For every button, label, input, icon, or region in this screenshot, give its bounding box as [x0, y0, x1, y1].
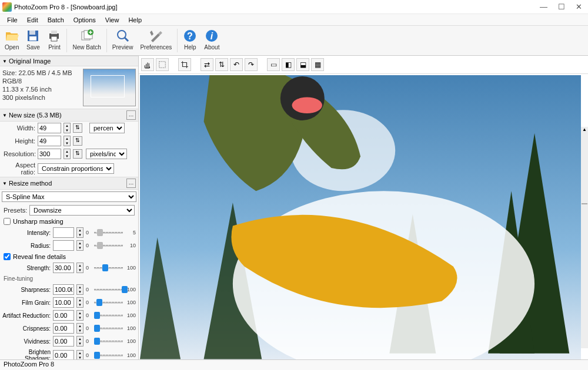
print-button[interactable]: Print	[44, 28, 65, 52]
width-input[interactable]	[38, 123, 61, 133]
menu-batch[interactable]: Batch	[43, 16, 69, 24]
resolution-stepper[interactable]: ▲▼	[64, 149, 71, 159]
content-toolbar: ⇄ ⇅ ↶ ↷ ▭ ◧ ⬓ ▦	[139, 56, 588, 74]
radius-input[interactable]	[53, 240, 74, 251]
intensity-input[interactable]	[53, 227, 74, 238]
fine-tuning-header: Fine-tuning	[0, 274, 138, 283]
aspect-select[interactable]: Constrain proportions	[38, 163, 114, 174]
hand-icon	[143, 60, 152, 69]
preferences-button[interactable]: Preferences	[136, 28, 175, 52]
lock-width-button[interactable]: ⇅	[73, 123, 82, 133]
save-button[interactable]: Save	[22, 28, 44, 52]
hand-tool[interactable]	[141, 58, 154, 71]
fine-stepper-4[interactable]: ▲▼	[76, 336, 83, 347]
help-button[interactable]: ? Help	[179, 28, 201, 52]
resolution-input[interactable]	[38, 149, 61, 159]
unit-select[interactable]: percent	[89, 123, 125, 133]
svg-rect-2	[29, 36, 36, 41]
presets-select[interactable]: Downsize	[29, 205, 135, 216]
reveal-label: Reveal fine details	[13, 253, 66, 260]
unsharp-check[interactable]	[4, 218, 11, 225]
intensity-slider[interactable]	[94, 228, 123, 237]
fine-stepper-3[interactable]: ▲▼	[76, 323, 83, 334]
strength-input[interactable]	[53, 263, 74, 273]
fine-input-3[interactable]	[53, 323, 74, 334]
strength-slider[interactable]	[94, 263, 123, 273]
svg-rect-4	[51, 31, 57, 34]
fine-label-2: Artifact Reduction:	[2, 312, 51, 319]
fine-stepper-0[interactable]: ▲▼	[76, 284, 83, 295]
window-title: PhotoZoom Pro 8 - [Snowboard.jpg]	[14, 4, 117, 11]
method-select[interactable]: S-Spline Max	[2, 191, 136, 202]
fine-input-4[interactable]	[53, 336, 74, 347]
info-icon: i	[205, 29, 219, 43]
width-stepper[interactable]: ▲▼	[64, 123, 71, 133]
res-unit-select[interactable]: pixels/inch	[86, 149, 127, 159]
height-input[interactable]	[38, 136, 61, 146]
fine-label-1: Film Grain:	[2, 300, 51, 306]
navigator-thumbnail[interactable]	[83, 69, 136, 106]
marquee-icon	[158, 60, 166, 69]
fine-slider-1[interactable]	[94, 298, 123, 307]
fine-slider-4[interactable]	[94, 337, 123, 346]
intensity-stepper[interactable]: ▲▼	[76, 227, 83, 238]
fine-stepper-1[interactable]: ▲▼	[76, 297, 83, 308]
menu-edit[interactable]: Edit	[22, 16, 43, 24]
app-icon	[2, 2, 12, 12]
tools-icon	[149, 29, 163, 43]
radius-label: Radius:	[2, 243, 51, 249]
vertical-scrollbar[interactable]: ▲	[581, 127, 588, 348]
fine-input-5[interactable]	[53, 350, 74, 359]
fine-stepper-5[interactable]: ▲▼	[76, 350, 83, 359]
open-button[interactable]: Open	[1, 28, 22, 52]
split-v[interactable]: ⬓	[296, 58, 309, 71]
presets-label: Presets:	[4, 207, 27, 214]
rotate-ccw-tool[interactable]: ↶	[230, 58, 243, 71]
side-panel: ▼Original Image Size: 22.05 MB / 4.5 MB …	[0, 56, 139, 359]
width-label: Width:	[4, 125, 35, 132]
orig-mode: RGB/8	[2, 77, 81, 85]
resolution-label: Resolution:	[4, 150, 35, 157]
menu-help[interactable]: Help	[123, 16, 146, 24]
newsize-options[interactable]: …	[126, 110, 136, 120]
original-image-header[interactable]: ▼Original Image	[0, 56, 138, 66]
split-quad[interactable]: ▦	[311, 58, 324, 71]
split-h[interactable]: ◧	[282, 58, 295, 71]
fine-input-1[interactable]	[53, 297, 74, 308]
close-button[interactable]: ✕	[576, 2, 582, 11]
fine-slider-5[interactable]	[94, 351, 123, 359]
method-options[interactable]: …	[126, 179, 136, 188]
new-size-header[interactable]: ▼New size (5.3 MB)…	[0, 109, 138, 122]
printer-icon	[47, 29, 61, 43]
about-button[interactable]: i About	[201, 28, 223, 52]
menu-view[interactable]: View	[101, 16, 124, 24]
minimize-button[interactable]: —	[540, 2, 547, 11]
rotate-cw-tool[interactable]: ↷	[245, 58, 258, 71]
split-none[interactable]: ▭	[267, 58, 280, 71]
preview-area[interactable]	[140, 75, 581, 359]
fine-slider-0[interactable]	[94, 285, 123, 294]
radius-stepper[interactable]: ▲▼	[76, 240, 83, 251]
fine-slider-3[interactable]	[94, 324, 123, 333]
new-batch-button[interactable]: New Batch	[69, 28, 104, 52]
menu-options[interactable]: Options	[69, 16, 101, 24]
flip-h-tool[interactable]: ⇄	[201, 58, 213, 71]
radius-slider[interactable]	[94, 241, 123, 250]
menu-file[interactable]: File	[2, 16, 22, 24]
strength-stepper[interactable]: ▲▼	[76, 263, 83, 273]
batch-icon	[80, 29, 94, 43]
preview-button[interactable]: Preview	[109, 28, 137, 52]
maximize-button[interactable]: ☐	[558, 2, 565, 11]
resize-method-header[interactable]: ▼Resize method…	[0, 177, 138, 190]
fine-slider-2[interactable]	[94, 311, 123, 320]
height-stepper[interactable]: ▲▼	[64, 136, 71, 146]
fine-input-0[interactable]	[53, 284, 74, 295]
flip-v-tool[interactable]: ⇅	[215, 58, 228, 71]
select-tool[interactable]	[156, 58, 169, 71]
fine-stepper-2[interactable]: ▲▼	[76, 310, 83, 321]
reveal-check[interactable]	[4, 253, 11, 260]
lock-height-button[interactable]: ⇅	[73, 136, 82, 146]
lock-res-button[interactable]: ⇅	[73, 149, 82, 159]
fine-input-2[interactable]	[53, 310, 74, 321]
crop-tool[interactable]	[178, 58, 191, 71]
